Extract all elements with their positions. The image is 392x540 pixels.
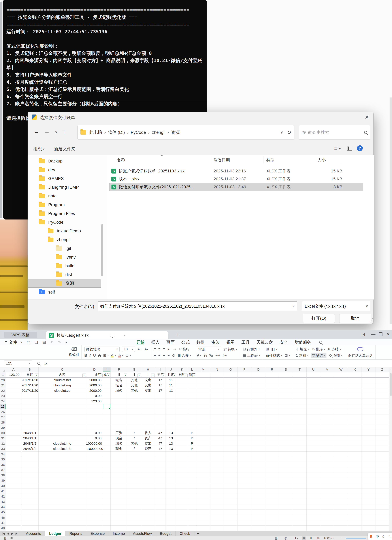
column-header[interactable]: Y <box>362 367 375 372</box>
grid-cell[interactable] <box>188 404 196 409</box>
grid-cell[interactable] <box>39 457 86 462</box>
sum-button[interactable]: Σ求和▾ <box>296 353 309 358</box>
grid-cell[interactable]: 2048/1/1 <box>21 430 39 436</box>
filter-button[interactable]: ▾ <box>192 374 196 377</box>
grid-cell[interactable] <box>279 420 293 425</box>
grid-cell[interactable] <box>293 505 307 510</box>
grid-cell[interactable] <box>86 467 103 473</box>
grid-cell[interactable] <box>251 393 265 399</box>
grid-cell[interactable] <box>362 499 375 505</box>
filter-button[interactable]: ▽筛选▾ <box>311 353 326 358</box>
grid-cell[interactable] <box>279 473 293 478</box>
grid-cell[interactable] <box>265 489 279 494</box>
grid-cell[interactable] <box>166 404 176 409</box>
grid-cell[interactable] <box>307 378 320 383</box>
grid-cell[interactable] <box>375 436 389 441</box>
grid-cell[interactable] <box>362 441 375 446</box>
grid-cell[interactable] <box>224 372 238 378</box>
grid-cell[interactable] <box>103 510 111 515</box>
column-header[interactable]: Z <box>375 367 389 372</box>
grid-cell[interactable] <box>293 478 307 483</box>
grid-cell[interactable] <box>320 525 334 531</box>
grid-cell[interactable] <box>155 499 166 505</box>
grid-cell[interactable] <box>166 415 176 420</box>
grid-cell[interactable] <box>279 478 293 483</box>
grid-cell[interactable] <box>251 399 265 404</box>
grid-cell[interactable] <box>279 505 293 510</box>
vertical-text-icon[interactable]: ⊜ <box>172 353 175 358</box>
grid-cell[interactable] <box>103 441 111 446</box>
italic-icon[interactable]: I <box>89 354 91 358</box>
grid-cell[interactable] <box>362 420 375 425</box>
grid-cell[interactable] <box>251 483 265 489</box>
grid-cell[interactable] <box>307 505 320 510</box>
grid-style-icon[interactable]: ⊞ <box>266 347 269 351</box>
grid-cell[interactable] <box>166 462 176 467</box>
grid-cell[interactable] <box>21 420 39 425</box>
grid-cell[interactable] <box>39 473 86 478</box>
grid-cell[interactable] <box>39 425 86 430</box>
row-header[interactable]: 26 <box>0 409 6 415</box>
grid-cell[interactable] <box>320 452 334 457</box>
grid-cell[interactable] <box>362 425 375 430</box>
grid-cell[interactable] <box>320 446 334 452</box>
grid-cell[interactable]: 支出 <box>141 378 155 383</box>
grid-cell[interactable] <box>251 462 265 467</box>
grid-cell[interactable]: -100000.00 <box>86 446 103 452</box>
grid-cell[interactable] <box>188 420 196 425</box>
grid-cell[interactable] <box>21 404 39 409</box>
grid-cell[interactable] <box>103 483 111 489</box>
grid-cell[interactable] <box>196 483 210 489</box>
grid-cell[interactable]: 11 <box>166 388 176 394</box>
grid-cell[interactable] <box>251 388 265 394</box>
grid-cell[interactable] <box>196 520 210 525</box>
grid-cell[interactable]: 2000.00 <box>86 388 103 394</box>
grid-cell[interactable] <box>176 483 188 489</box>
filetype-select[interactable]: Excel文件 (*.xlsx;*.xls) ∨ <box>302 301 370 311</box>
row-header[interactable]: 46 <box>0 515 6 520</box>
grid-cell[interactable]: 17 <box>155 383 166 388</box>
grid-cell[interactable] <box>210 462 224 467</box>
grid-cell[interactable] <box>348 457 362 462</box>
grid-cell[interactable] <box>166 473 176 478</box>
grid-cell[interactable] <box>188 483 196 489</box>
grid-cell[interactable] <box>188 425 196 430</box>
breadcrumb-item[interactable]: zhengli <box>152 130 165 135</box>
grid-cell[interactable] <box>238 378 251 383</box>
add-sheet-icon[interactable]: + <box>197 531 199 536</box>
ime-language-icon[interactable]: 中 <box>376 534 379 539</box>
grid-cell[interactable] <box>334 483 348 489</box>
grid-cell[interactable] <box>224 494 238 499</box>
grid-cell[interactable] <box>111 510 127 515</box>
grid-cell[interactable]: 现金 <box>111 446 127 452</box>
sheet-tab-Reports[interactable]: Reports <box>65 531 86 536</box>
grid-cell[interactable] <box>127 409 141 415</box>
grid-cell[interactable] <box>375 525 389 531</box>
grid-cell[interactable] <box>251 467 265 473</box>
row-header[interactable]: 34 <box>0 452 6 457</box>
grid-cell[interactable] <box>279 520 293 525</box>
grid-cell[interactable] <box>334 499 348 505</box>
grid-cell[interactable] <box>196 430 210 436</box>
grid-cell[interactable] <box>320 425 334 430</box>
grid-cell[interactable] <box>279 452 293 457</box>
grid-cell[interactable] <box>375 446 389 452</box>
grid-cell[interactable] <box>320 499 334 505</box>
grid-cell[interactable] <box>6 457 21 462</box>
grid-cell[interactable] <box>375 415 389 420</box>
grid-cell[interactable] <box>375 478 389 483</box>
grid-cell[interactable]: 17 <box>155 388 166 394</box>
fx-icon[interactable]: fx <box>44 361 47 365</box>
grid-cell[interactable] <box>334 436 348 441</box>
back-icon[interactable]: ← <box>34 128 39 135</box>
grid-cell[interactable] <box>103 383 111 388</box>
grid-cell[interactable] <box>307 383 320 388</box>
scrollbar-thumb[interactable] <box>390 373 392 396</box>
grid-cell[interactable] <box>39 452 86 457</box>
grid-cell[interactable] <box>86 483 103 489</box>
organize-button[interactable]: 组织▾ <box>33 146 44 152</box>
grid-cell[interactable] <box>307 483 320 489</box>
grid-cell[interactable]: 成员▾ <box>103 372 111 378</box>
grid-cell[interactable] <box>224 505 238 510</box>
grid-cell[interactable] <box>293 446 307 452</box>
